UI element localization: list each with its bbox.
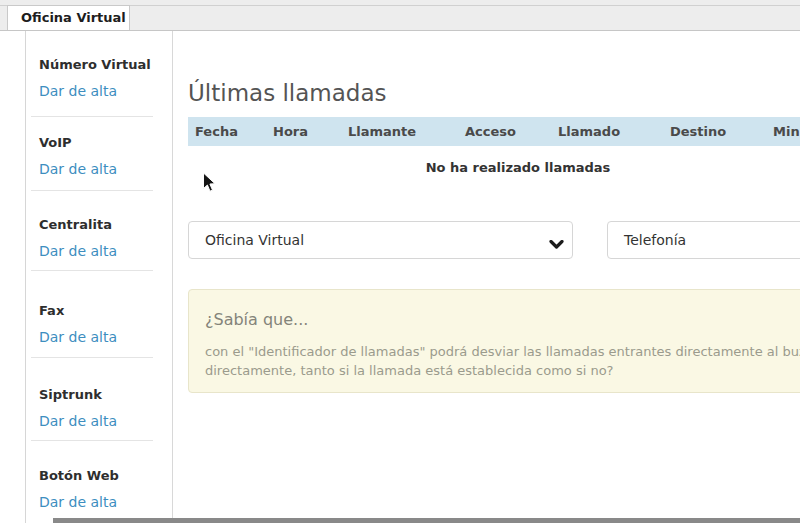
sidebar-section-voip: VoIP Dar de alta [39, 135, 117, 177]
sidebar-link-dar-de-alta-fax[interactable]: Dar de alta [39, 329, 117, 345]
sidebar-link-dar-de-alta-numero-virtual[interactable]: Dar de alta [39, 83, 151, 99]
sidebar-link-dar-de-alta-centralita[interactable]: Dar de alta [39, 243, 117, 259]
tip-title: ¿Sabía que... [205, 310, 800, 330]
tip-text-line1: con el "Identificador de llamadas" podrá… [205, 342, 800, 361]
page-title: Últimas llamadas [188, 77, 386, 109]
sidebar-section-title: Centralita [39, 217, 117, 233]
sidebar-section-fax: Fax Dar de alta [39, 303, 117, 345]
sidebar-divider [31, 357, 153, 358]
sidebar-divider [31, 190, 153, 191]
sidebar: Número Virtual Dar de alta VoIP Dar de a… [25, 31, 172, 523]
select-oficina-virtual[interactable]: Oficina Virtual [188, 221, 573, 259]
sidebar-section-centralita: Centralita Dar de alta [39, 217, 117, 259]
column-header-acceso: Acceso [458, 117, 551, 146]
tip-text-line2: directamente, tanto si la llamada está e… [205, 361, 800, 380]
header-bar: Oficina Virtual [0, 0, 800, 31]
tab-oficina-virtual[interactable]: Oficina Virtual [7, 5, 130, 30]
sidebar-section-title: Siptrunk [39, 387, 117, 403]
sidebar-divider [31, 440, 153, 441]
bottom-window-edge [53, 518, 800, 523]
sidebar-section-title: Número Virtual [39, 57, 151, 73]
select-value: Telefonía [608, 222, 800, 258]
main-content: Últimas llamadas Fecha Hora Llamante Acc… [173, 31, 800, 523]
select-telefonia[interactable]: Telefonía [607, 221, 800, 259]
sidebar-divider [31, 270, 153, 271]
sidebar-link-dar-de-alta-siptrunk[interactable]: Dar de alta [39, 413, 117, 429]
tab-label: Oficina Virtual [8, 6, 129, 30]
select-value: Oficina Virtual [189, 222, 572, 258]
sidebar-link-dar-de-alta-boton-web[interactable]: Dar de alta [39, 494, 119, 510]
sidebar-section-numero-virtual: Número Virtual Dar de alta [39, 57, 151, 99]
sidebar-section-siptrunk: Siptrunk Dar de alta [39, 387, 117, 429]
sidebar-section-boton-web: Botón Web Dar de alta [39, 468, 119, 510]
column-header-llamado: Llamado [551, 117, 663, 146]
sidebar-section-title: VoIP [39, 135, 117, 151]
sidebar-section-title: Botón Web [39, 468, 119, 484]
calls-table-header-row: Fecha Hora Llamante Acceso Llamado Desti… [188, 117, 800, 146]
column-header-minutos: Minutos [766, 117, 800, 146]
sidebar-link-dar-de-alta-voip[interactable]: Dar de alta [39, 161, 117, 177]
column-header-llamante: Llamante [341, 117, 458, 146]
column-header-hora: Hora [266, 117, 341, 146]
column-header-fecha: Fecha [188, 117, 266, 146]
table-empty-message: No ha realizado llamadas [188, 156, 800, 180]
sidebar-section-title: Fax [39, 303, 117, 319]
chevron-down-icon [549, 235, 564, 254]
screen: Oficina Virtual Número Virtual Dar de al… [0, 0, 800, 523]
column-header-destino: Destino [663, 117, 766, 146]
tip-box: ¿Sabía que... con el "Identificador de l… [188, 289, 800, 393]
sidebar-divider [31, 116, 153, 117]
